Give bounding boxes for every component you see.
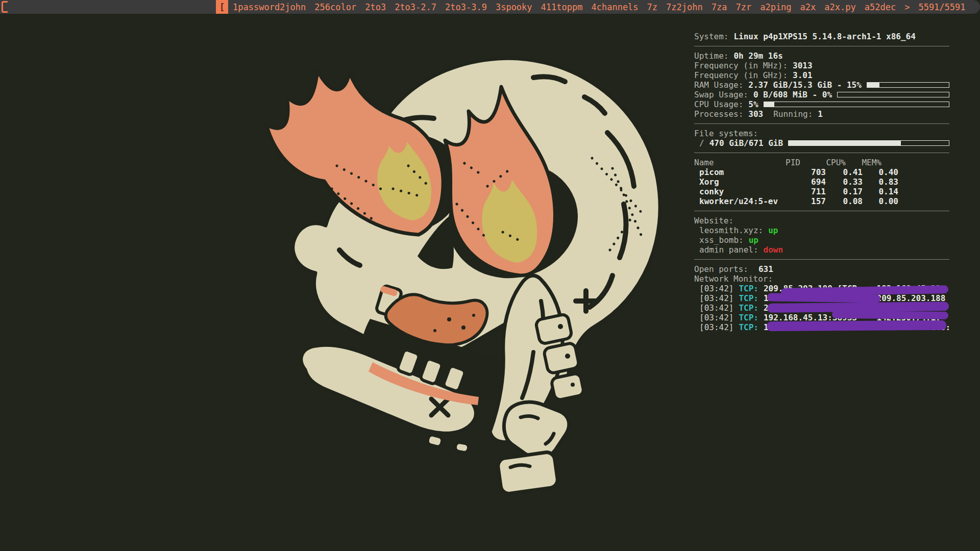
completion-item[interactable]: a52dec	[865, 2, 896, 12]
completion-item[interactable]: 256color	[314, 2, 356, 12]
freq-mhz-row: Frequency (in MHz): 3013	[694, 61, 949, 70]
process-row: picom 703 0.41 0.40	[694, 167, 949, 177]
redaction-scribble	[832, 311, 948, 319]
completion-item[interactable]: a2x	[800, 2, 816, 12]
filesystem-usage-bar	[788, 140, 949, 146]
separator	[694, 206, 949, 216]
ram-usage-bar	[867, 82, 949, 88]
process-row: kworker/u24:5-ev 157 0.08 0.00	[694, 196, 949, 206]
completion-item[interactable]: 7zr	[736, 2, 751, 12]
completion-item[interactable]: 411toppm	[541, 2, 583, 12]
separator	[694, 119, 949, 129]
separator	[694, 255, 949, 264]
redaction-scribble	[767, 293, 880, 303]
more-indicator[interactable]: >	[904, 2, 910, 12]
system-monitor-panel: System: Linux p4p1XPS15 5.14.8-arch1-1 x…	[694, 32, 949, 332]
system-row: System: Linux p4p1XPS15 5.14.8-arch1-1 x…	[694, 32, 949, 41]
network-monitor-title: Network Monitor:	[694, 274, 949, 284]
completion-item[interactable]: a2x.py	[824, 2, 855, 12]
filesystem-root-row: / 470 GiB/671 GiB	[694, 138, 949, 148]
uptime-row: Uptime: 0h 29m 16s	[694, 51, 949, 61]
completion-item[interactable]: 1password2john	[233, 2, 306, 12]
freq-ghz-row: Frequency (in GHz): 3.01	[694, 70, 949, 80]
completion-item[interactable]: 7za	[712, 2, 727, 12]
completion-item[interactable]: 2to3-3.9	[445, 2, 487, 12]
text-cursor-icon	[2, 1, 8, 13]
status-down: down	[764, 245, 783, 255]
completion-counter: 5591/5591	[918, 2, 965, 12]
completion-item[interactable]: 4channels	[591, 2, 638, 12]
open-ports-row: Open ports: 631	[694, 264, 949, 274]
neck-bone-lower	[497, 452, 559, 495]
website-row: leosmith.xyz: up	[694, 226, 949, 235]
bracket-badge: [	[216, 0, 228, 14]
separator	[694, 41, 949, 51]
command-input[interactable]	[0, 0, 216, 14]
swap-usage-bar	[837, 92, 949, 97]
ram-row: RAM Usage: 2.37 GiB/15.3 GiB - 15%	[694, 80, 949, 90]
completion-item[interactable]: 7z	[647, 2, 657, 12]
status-up: up	[768, 226, 778, 235]
processes-row: Processes: 303 Running: 1	[694, 109, 949, 119]
status-up: up	[749, 235, 758, 245]
cpu-row: CPU Usage: 5%	[694, 99, 949, 109]
process-row: conky 711 0.17 0.14	[694, 187, 949, 196]
skull-wallpaper	[255, 36, 674, 500]
neck-bone-upper	[504, 402, 569, 458]
process-row: Xorg 694 0.33 0.83	[694, 177, 949, 187]
completion-item[interactable]: 2to3	[365, 2, 386, 12]
completion-item[interactable]: 3spooky	[496, 2, 532, 12]
jaw-bone-bits	[427, 434, 469, 453]
completion-items: 1password2john 256color 2to3 2to3-2.7 2t…	[233, 2, 966, 12]
completion-item[interactable]: a2ping	[760, 2, 791, 12]
completion-item[interactable]: 7z2john	[666, 2, 703, 12]
cpu-usage-bar	[764, 102, 949, 107]
filesystems-title: File systems:	[694, 129, 949, 138]
swap-row: Swap Usage: 0 B/608 MiB - 0%	[694, 90, 949, 99]
website-row: admin panel: down	[694, 245, 949, 255]
website-row: xss_bomb: up	[694, 235, 949, 245]
completion-bar: [ 1password2john 256color 2to3 2to3-2.7 …	[0, 0, 980, 14]
separator	[694, 148, 949, 158]
process-table-header: Name PID CPU% MEM%	[694, 158, 949, 167]
completion-item[interactable]: 2to3-2.7	[395, 2, 436, 12]
redaction-scribble	[767, 320, 946, 331]
website-title: Website:	[694, 216, 949, 226]
